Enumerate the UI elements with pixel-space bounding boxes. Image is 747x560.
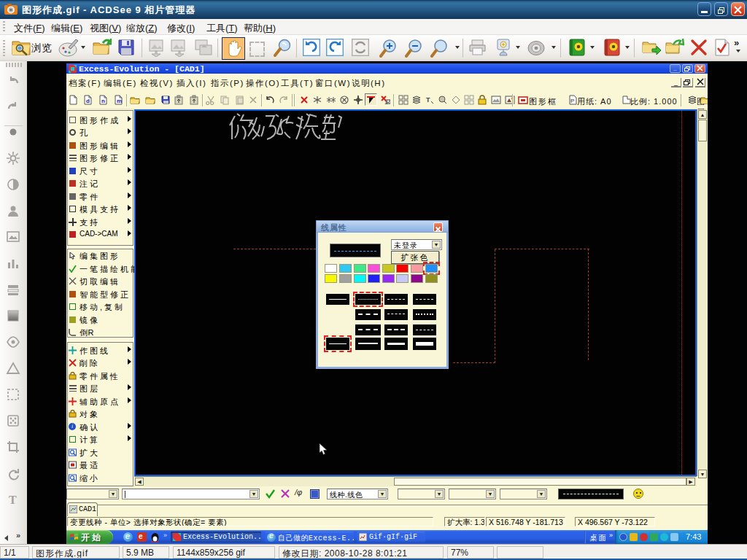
- svg-text:T: T: [9, 494, 17, 506]
- svg-text:T: T: [426, 96, 430, 104]
- svg-text:P: P: [570, 98, 574, 104]
- svg-text:n: n: [101, 98, 105, 104]
- svg-text:m: m: [117, 98, 122, 104]
- svg-text:d: d: [86, 98, 90, 104]
